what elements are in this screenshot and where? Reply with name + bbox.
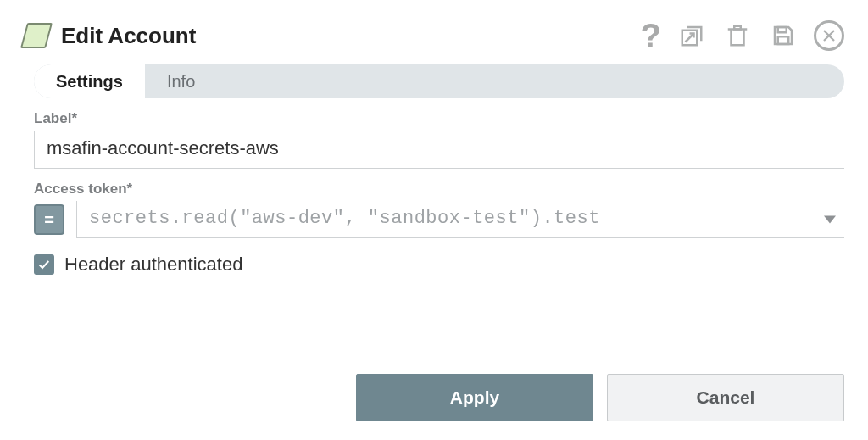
access-token-field: Access token* = <box>34 181 844 238</box>
expression-mode-toggle[interactable]: = <box>34 204 64 235</box>
account-type-icon <box>20 23 53 48</box>
trash-icon[interactable] <box>722 20 753 51</box>
label-field-label: Label* <box>34 110 844 127</box>
svg-rect-2 <box>778 36 789 44</box>
header-authenticated-label: Header authenticated <box>64 253 242 276</box>
tab-bar: Settings Info <box>34 64 844 98</box>
dialog-buttons: Apply Cancel <box>356 374 844 421</box>
header-authenticated-row: Header authenticated <box>34 253 844 276</box>
settings-form: Label* Access token* = Header authentica… <box>24 109 844 276</box>
tab-settings[interactable]: Settings <box>34 64 145 98</box>
cancel-button[interactable]: Cancel <box>607 374 844 421</box>
header-authenticated-checkbox[interactable] <box>34 254 54 275</box>
tab-info[interactable]: Info <box>145 64 217 98</box>
save-icon[interactable] <box>768 20 798 51</box>
dialog-title: Edit Account <box>61 23 196 49</box>
apply-button[interactable]: Apply <box>356 374 593 421</box>
dialog-header: Edit Account ? <box>24 19 844 53</box>
help-icon[interactable]: ? <box>641 19 661 53</box>
edit-account-dialog: Edit Account ? Settings Info Label* <box>0 0 868 276</box>
popout-icon[interactable] <box>676 20 707 51</box>
access-token-field-label: Access token* <box>34 181 844 198</box>
label-field: Label* <box>34 110 844 169</box>
close-icon[interactable] <box>814 20 844 51</box>
header-actions: ? <box>641 19 844 53</box>
chevron-down-icon[interactable] <box>824 216 836 224</box>
label-input[interactable] <box>34 131 844 169</box>
access-token-input[interactable] <box>76 201 844 238</box>
svg-rect-1 <box>778 27 787 32</box>
